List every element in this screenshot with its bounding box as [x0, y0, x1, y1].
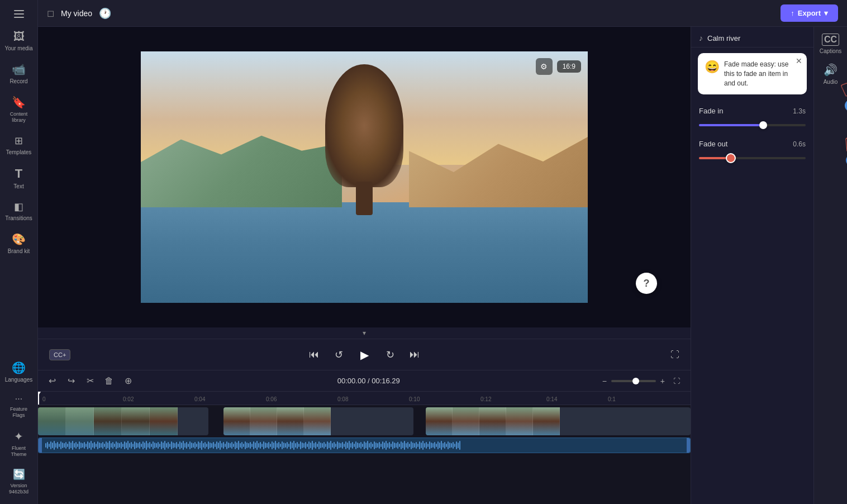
clip-thumb: [250, 407, 277, 435]
sidebar-item-feature-flags[interactable]: ··· Feature Flags: [2, 389, 36, 423]
clip-thumb: [479, 407, 506, 435]
duplicate-button[interactable]: ⊕: [121, 374, 135, 388]
aspect-ratio-button[interactable]: 16:9: [557, 60, 581, 73]
fade-in-value: 1.3s: [793, 107, 806, 115]
clip-thumb: [223, 407, 250, 435]
fade-out-row: Fade out 0.6s: [699, 140, 806, 148]
forward-button[interactable]: ↻: [382, 347, 398, 363]
help-button[interactable]: ?: [636, 273, 657, 294]
video-preview: ⚙ 16:9: [141, 51, 588, 303]
audio-track[interactable]: [38, 438, 691, 453]
timeline-toolbar: ↩ ↪ ✂ 🗑 ⊕ 00:00.00 / 00:16.29 − + ⛶: [38, 370, 691, 392]
zoom-out-button[interactable]: −: [602, 377, 607, 386]
fade-in-thumb[interactable]: [759, 121, 767, 129]
rewind-button[interactable]: ↺: [331, 347, 346, 363]
ruler-tick-2: 0:04: [194, 396, 205, 402]
tooltip-text: Fade made easy: use this to fade an item…: [724, 60, 800, 88]
fade-out-thumb[interactable]: [726, 153, 736, 163]
hamburger-menu[interactable]: [2, 4, 36, 23]
video-area: ⚙ 16:9 ? ▾ CC+ ⏮ ↺ ▶ ↻ ⏭: [38, 27, 691, 504]
skip-end-button[interactable]: ⏭: [407, 347, 422, 363]
fade-out-value: 0.6s: [793, 140, 806, 148]
sidebar-item-version[interactable]: 🔄 Version9462b3d: [2, 464, 36, 500]
right-icons-panel: CC Captions 🔊 Audio ☞ 1 ☞ 2: [813, 27, 847, 504]
sidebar-item-templates[interactable]: ⊞ Templates: [2, 130, 36, 160]
timeline-zoom: − + ⛶: [602, 374, 684, 388]
video-track-1[interactable]: [38, 407, 691, 435]
fade-tooltip: 😄 Fade made easy: use this to fade an it…: [698, 53, 807, 94]
play-button[interactable]: ▶: [355, 346, 373, 364]
timeline-area: ↩ ↪ ✂ 🗑 ⊕ 00:00.00 / 00:16.29 − + ⛶: [38, 370, 691, 504]
tooltip-close-button[interactable]: ✕: [796, 56, 802, 65]
fade-out-label: Fade out: [699, 140, 727, 148]
ruler-tick-0: 0: [42, 396, 46, 402]
project-title[interactable]: My video: [61, 9, 92, 18]
clip-thumb: [38, 407, 66, 435]
sidebar-item-your-media[interactable]: 🖼 Your media: [2, 26, 36, 56]
audio-handle-right[interactable]: [687, 438, 690, 453]
ruler-tick-4: 0:08: [337, 396, 348, 402]
timeline-tracks: 0 0:02 0:04 0:06 0:08 0:10 0:12 0:14 0:1: [38, 392, 691, 504]
brand-kit-icon: 🎨: [12, 232, 26, 246]
audio-handle-left[interactable]: [39, 438, 42, 453]
clip-thumb: [453, 407, 479, 435]
cursor-overlay-area: ☞ 1 ☞ 2: [814, 94, 847, 497]
ruler-tick-8: 0:1: [608, 396, 616, 402]
clip-fill: [331, 407, 413, 435]
sidebar-item-text[interactable]: T Text: [2, 162, 36, 194]
playback-bar: CC+ ⏮ ↺ ▶ ↻ ⏭ ⛶: [38, 339, 691, 370]
audio-label: Audio: [824, 79, 838, 85]
sidebar-item-content-library[interactable]: 🔖 Content library: [2, 91, 36, 128]
clip-thumb: [150, 407, 178, 435]
clip-thumb: [277, 407, 304, 435]
zoom-slider[interactable]: [611, 380, 656, 382]
chevron-down-icon: ▾: [363, 329, 366, 337]
clip-thumb: [122, 407, 150, 435]
languages-icon: 🌐: [12, 361, 26, 374]
video-settings-button[interactable]: ⚙: [536, 58, 553, 75]
sidebar-item-languages[interactable]: 🌐 Languages: [2, 356, 36, 387]
cut-button[interactable]: ✂: [83, 374, 97, 388]
sidebar-item-record[interactable]: 📹 Record: [2, 58, 36, 89]
fullscreen-button[interactable]: ⛶: [670, 350, 679, 360]
timeline-ruler: 0 0:02 0:04 0:06 0:08 0:10 0:12 0:14 0:1: [38, 392, 691, 405]
cc-button[interactable]: CC+: [49, 349, 70, 360]
skip-start-button[interactable]: ⏮: [306, 347, 322, 363]
sidebar-item-label: Templates: [6, 149, 32, 155]
fade-section: Fade in 1.3s Fade out 0.6s: [691, 100, 813, 179]
sidebar-item-label: Your media: [4, 45, 32, 51]
ruler-tick-1: 0:02: [123, 396, 134, 402]
fit-to-screen-button[interactable]: ⛶: [669, 374, 684, 388]
undo-button[interactable]: ↩: [45, 374, 59, 388]
delete-button[interactable]: 🗑: [102, 374, 116, 388]
sidebar-item-label: Transitions: [5, 215, 32, 221]
playhead[interactable]: [38, 392, 39, 405]
clip-thumb: [94, 407, 122, 435]
fade-out-track: [699, 157, 806, 159]
timeline-collapse-button[interactable]: ▾: [38, 327, 691, 339]
version-icon: 🔄: [13, 468, 25, 481]
feature-flags-icon: ···: [15, 394, 22, 404]
sidebar-item-transitions[interactable]: ◧ Transitions: [2, 196, 36, 226]
sidebar: 🖼 Your media 📹 Record 🔖 Content library …: [0, 0, 38, 504]
export-label: Export: [798, 9, 821, 17]
music-icon: ♪: [699, 34, 703, 42]
sidebar-item-label: Fluent Theme: [4, 445, 34, 458]
redo-button[interactable]: ↪: [64, 374, 78, 388]
export-button[interactable]: ↑ Export ▾: [781, 4, 838, 22]
video-water: [141, 202, 588, 303]
sidebar-item-fluent-theme[interactable]: ✦ Fluent Theme: [2, 425, 36, 462]
clip-gap: [211, 407, 223, 435]
export-icon: ↑: [791, 9, 794, 17]
fade-in-label: Fade in: [699, 107, 723, 115]
history-icon[interactable]: 🕐: [99, 7, 111, 20]
fade-out-slider[interactable]: [699, 153, 806, 164]
fade-in-slider[interactable]: [699, 120, 806, 131]
explosion-trunk: [356, 182, 373, 215]
sidebar-item-label: Languages: [5, 377, 33, 383]
zoom-in-button[interactable]: +: [660, 377, 665, 386]
explosion-element: [320, 59, 409, 215]
audio-button[interactable]: 🔊 Audio: [824, 63, 838, 85]
captions-button[interactable]: CC Captions: [820, 34, 841, 54]
sidebar-item-brand-kit[interactable]: 🎨 Brand kit: [2, 228, 36, 259]
